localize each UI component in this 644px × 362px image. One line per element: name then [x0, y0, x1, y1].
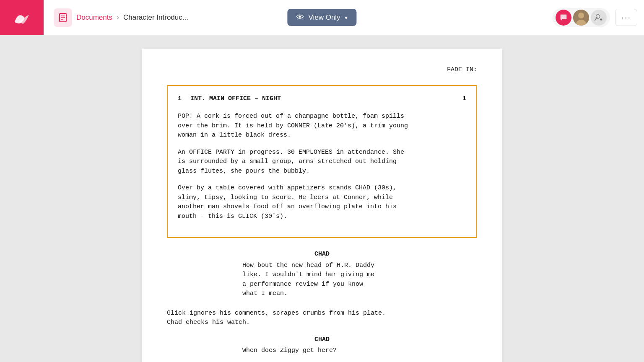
eye-icon: 👁 [296, 13, 304, 22]
avatar-group [552, 8, 610, 27]
scene-heading: 1 INT. MAIN OFFICE – NIGHT 1 [178, 94, 466, 104]
action-paragraph-3: Over by a table covered with appetizers … [178, 184, 466, 221]
dialogue-block-2: CHAD When does Ziggy get here? [167, 335, 477, 356]
action-paragraph-4: Glick ignores his comments, scrapes crum… [167, 309, 477, 328]
header-right: ··· [552, 8, 637, 27]
breadcrumb-current-doc: Character Introduc... [123, 13, 188, 22]
logo-icon [10, 6, 33, 29]
scene-title: INT. MAIN OFFICE – NIGHT [190, 94, 454, 104]
avatar-user1[interactable] [556, 10, 571, 26]
doc-icon-button[interactable] [54, 8, 72, 27]
main-content: FADE IN: 1 INT. MAIN OFFICE – NIGHT 1 PO… [0, 35, 644, 362]
svg-point-6 [578, 13, 584, 18]
scene-number-right: 1 [454, 94, 466, 104]
character-name-2: CHAD [314, 335, 330, 345]
more-options-button[interactable]: ··· [615, 9, 637, 26]
chat-icon [559, 13, 568, 22]
action-paragraph-2: An OFFICE PARTY in progress. 30 EMPLOYEE… [178, 148, 466, 176]
screenplay-page: FADE IN: 1 INT. MAIN OFFICE – NIGHT 1 PO… [142, 49, 502, 362]
documents-breadcrumb[interactable]: Documents [76, 13, 112, 22]
user-photo [573, 10, 589, 26]
document-icon [58, 13, 68, 23]
logo-box [0, 0, 44, 35]
add-user-icon [594, 13, 603, 22]
scene-number-left: 1 [178, 94, 190, 104]
avatar-user2[interactable] [573, 10, 589, 26]
scene-box: 1 INT. MAIN OFFICE – NIGHT 1 POP! A cork… [167, 85, 477, 238]
avatar-add-user[interactable] [591, 10, 607, 26]
dialogue-text-1: How bout the new head of H.R. Daddy like… [242, 261, 402, 299]
view-only-button[interactable]: 👁 View Only ▾ [287, 9, 356, 26]
character-name-1: CHAD [314, 250, 330, 259]
action-paragraph-1: POP! A cork is forced out of a champagne… [178, 112, 466, 140]
header: Documents › Character Introduc... 👁 View… [0, 0, 644, 35]
dialogue-block-1: CHAD How bout the new head of H.R. Daddy… [167, 250, 477, 299]
breadcrumb-separator: › [117, 13, 119, 22]
view-only-label: View Only [308, 13, 340, 22]
fade-in: FADE IN: [167, 65, 477, 75]
dialogue-text-2: When does Ziggy get here? [242, 346, 402, 356]
breadcrumb: Documents › Character Introduc... [54, 8, 188, 27]
svg-point-8 [596, 14, 600, 18]
chevron-down-icon: ▾ [345, 14, 348, 21]
